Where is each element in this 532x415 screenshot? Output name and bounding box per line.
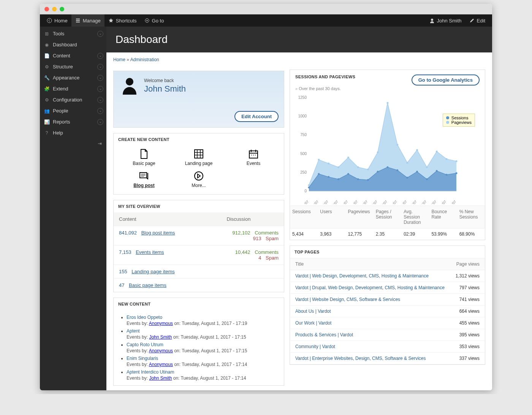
breadcrumb-admin[interactable]: Administration [130,57,159,62]
new-content-link[interactable]: Eros Ideo Oppeto [127,315,162,320]
welcome-panel: Welcome back John Smith Edit Account [113,71,284,128]
top-page-link[interactable]: Vardot | Web Design, Development, CMS, H… [295,273,429,279]
svg-point-36 [308,187,310,188]
new-content-meta: Events by: Anonymous on: Tuesday, August… [127,362,280,367]
sidebar-icon: ⊞ [44,31,50,36]
sidebar-item-people[interactable]: 👥People⌄ [40,105,106,116]
author-link[interactable]: John Smith [149,334,172,340]
topbar-user[interactable]: John Smith [426,14,466,27]
svg-point-40 [347,173,349,175]
pin-icon[interactable]: ⇥ [97,141,103,146]
sidebar-icon: ⚙ [44,64,50,70]
topbar-goto-label: Go to [152,18,164,24]
overview-link[interactable]: Events items [136,249,164,255]
svg-rect-5 [195,150,203,158]
welcome-name[interactable]: John Smith [144,84,277,94]
svg-point-3 [431,19,433,21]
top-page-link[interactable]: Vardot | Website Design, CMS, Software &… [295,297,400,302]
sidebar-item-appearance[interactable]: 🔧Appearance⌄ [40,72,106,83]
sidebar-item-help[interactable]: ?Help [40,127,106,138]
svg-text:07/07: 07/07 [330,200,339,204]
topbar-goto[interactable]: Go to [141,14,168,27]
close-window-button[interactable] [44,7,49,11]
sidebar-item-label: Appearance [53,75,79,81]
create-landing-page[interactable]: Landing page [171,147,226,168]
author-link[interactable]: Anonymous [149,362,173,367]
topbar-edit[interactable]: Edit [466,14,489,27]
create-basic-page[interactable]: Basic page [117,147,171,168]
svg-text:1000: 1000 [298,114,307,118]
new-content-item: Capto Roto Utrum [127,342,280,347]
svg-text:15/07: 15/07 [369,200,378,204]
sidebar-item-dashboard[interactable]: ◉Dashboard [40,39,106,50]
author-link[interactable]: Anonymous [149,321,173,326]
author-link[interactable]: John Smith [149,375,172,381]
minimize-window-button[interactable] [52,7,57,11]
create-events[interactable]: Events [226,147,281,168]
svg-point-43 [377,171,379,173]
svg-text:13/07: 13/07 [360,200,369,204]
stat-header: Pageviews [346,206,374,228]
svg-point-44 [386,166,388,168]
new-content-link[interactable]: Aptent Interdico Utinam [127,369,174,375]
topbar-home-label: Home [54,18,68,24]
stat-header: Pages / Session [374,206,401,228]
svg-point-27 [386,102,388,104]
sidebar-item-structure[interactable]: ⚙Structure⌄ [40,61,106,72]
overview-link[interactable]: Basic page items [129,282,166,288]
maximize-window-button[interactable] [60,7,64,11]
sidebar-item-tools[interactable]: ⊞Tools⌄ [40,28,106,39]
svg-point-34 [456,160,458,162]
svg-point-30 [416,149,418,151]
topbar-home[interactable]: Home [43,14,71,27]
chevron-down-icon: ⌄ [97,119,103,125]
chevron-down-icon: ⌄ [97,53,103,59]
overview-link[interactable]: Blog post items [141,230,175,236]
new-content-link[interactable]: Enim Singularis [127,356,158,361]
top-page-link[interactable]: Products & Services | Vardot [295,332,353,337]
breadcrumb-home[interactable]: Home [113,57,125,62]
menu-icon [75,18,81,23]
new-content-link[interactable]: Aptent [127,328,140,334]
author-link[interactable]: Anonymous [149,348,173,353]
top-page-link[interactable]: Vardot | Enterprise Websites, Design, CM… [295,356,426,361]
topbar-shortcuts[interactable]: Shortcuts [104,14,141,27]
new-content-panel: NEW CONTENT Eros Ideo OppetoEvents by: A… [113,298,284,386]
edit-account-button[interactable]: Edit Account [234,111,279,122]
create-item-label: Basic page [133,161,155,166]
top-page-link[interactable]: Vardot | Drupal, Web Design, Development… [295,285,445,290]
stat-value: 68.90% [457,228,485,240]
new-content-link[interactable]: Capto Roto Utrum [127,342,163,347]
top-page-link[interactable]: Our Work | Vardot [295,320,331,326]
sidebar-item-content[interactable]: 📄Content⌄ [40,50,106,61]
create-blog-post[interactable]: Blog post [117,169,171,190]
top-page-row: Our Work | Vardot455 views [290,317,485,329]
create-more-[interactable]: More... [171,169,226,190]
topbar-manage[interactable]: Manage [71,14,104,27]
sidebar-item-reports[interactable]: 📊Reports⌄ [40,116,106,127]
overview-link[interactable]: Landing page items [131,269,174,274]
stat-header: % New Sessions [457,206,485,228]
svg-text:11/07: 11/07 [350,200,359,204]
svg-text:17/07: 17/07 [379,200,388,204]
top-page-row: Vardot | Web Design, Development, CMS, H… [290,270,485,282]
chevron-down-icon: ⌄ [97,64,103,70]
sidebar-icon: 📄 [44,53,50,59]
sidebar-item-extend[interactable]: 🧩Extend⌄ [40,83,106,94]
svg-point-48 [426,178,428,180]
top-page-link[interactable]: About Us | Vardot [295,309,331,314]
svg-point-38 [328,176,329,178]
svg-point-41 [357,178,359,180]
sidebar-item-configuration[interactable]: ⚙Configuration⌄ [40,94,106,105]
go-to-analytics-button[interactable]: Go to Google Analytics [412,74,480,86]
sidebar-icon: ◉ [44,42,50,48]
welcome-greeting: Welcome back [144,78,277,83]
analytics-title: SESSIONS AND PAGEVIEWS [295,74,355,79]
svg-text:01/07: 01/07 [301,200,309,204]
stat-value: 12,775 [346,228,374,240]
top-page-link[interactable]: Community | Vardot [295,344,335,349]
svg-text:0: 0 [304,189,307,193]
svg-rect-6 [249,151,258,158]
top-page-views: 395 views [459,332,480,337]
overview-title: MY SITE OVERVIEW [114,200,284,212]
